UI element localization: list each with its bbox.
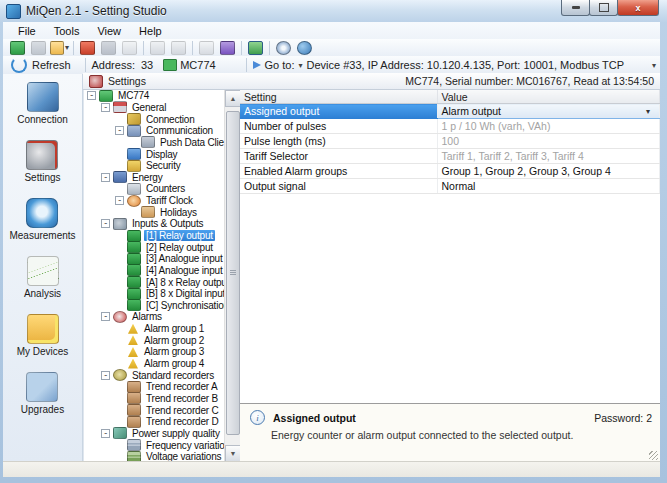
- tree-node-trend-recorder-d[interactable]: Trend recorder D: [84, 416, 225, 428]
- expander-icon[interactable]: -: [101, 312, 110, 321]
- tree-node-c-synchronisation-com2[interactable]: [C] Synchronisation, COM2: [84, 300, 225, 312]
- table-row[interactable]: Assigned outputAlarm output▾: [240, 104, 660, 119]
- setting-name-cell[interactable]: Assigned output: [240, 104, 437, 119]
- tree-node-energy[interactable]: -Energy: [84, 171, 225, 183]
- table-row[interactable]: Output signalNormal: [240, 179, 660, 194]
- tree-node-3-analogue-input[interactable]: [3] Analogue input: [84, 253, 225, 265]
- menu-view[interactable]: View: [88, 24, 130, 38]
- read-all-button[interactable]: [77, 39, 98, 57]
- sidebar-item-connection[interactable]: Connection: [17, 82, 68, 125]
- tree-node-alarm-group-4[interactable]: Alarm group 4: [84, 358, 225, 370]
- tree-node-alarms[interactable]: -Alarms: [84, 311, 225, 323]
- tree-node-inputs-outputs[interactable]: -Inputs & Outputs: [84, 218, 225, 230]
- table-row[interactable]: Enabled Alarm groupsGroup 1, Group 2, Gr…: [240, 164, 660, 179]
- setting-value-cell[interactable]: Tariff 1, Tariff 2, Tariff 3, Tariff 4: [437, 149, 660, 164]
- expander-icon[interactable]: -: [115, 196, 124, 205]
- setting-value-cell[interactable]: 1 p / 10 Wh (varh, VAh): [437, 119, 660, 134]
- setting-name-cell[interactable]: Number of pulses: [240, 119, 437, 134]
- table-row[interactable]: Tariff SelectorTariff 1, Tariff 2, Tarif…: [240, 149, 660, 164]
- scrollbar-track[interactable]: [225, 107, 241, 445]
- setting-value-cell[interactable]: Normal: [437, 179, 660, 194]
- minimize-button[interactable]: [561, 0, 590, 16]
- tree-node-security[interactable]: Security: [84, 160, 225, 172]
- address-value[interactable]: 33: [141, 59, 153, 71]
- setting-name-cell[interactable]: Tariff Selector: [240, 149, 437, 164]
- tree-node-b-8-x-digital-input[interactable]: [B] 8 x Digital input: [84, 288, 225, 300]
- tree-node-1-relay-output[interactable]: [1] Relay output: [84, 230, 225, 242]
- scroll-up-icon[interactable]: ▲: [225, 90, 241, 107]
- tree-scrollbar[interactable]: ▲ ▼: [224, 90, 241, 462]
- read-device-button[interactable]: [7, 39, 28, 57]
- setting-value-cell[interactable]: Group 1, Group 2, Group 3, Group 4: [437, 164, 660, 179]
- goto-value[interactable]: Device #33, IP Address: 10.120.4.135, Po…: [307, 59, 625, 71]
- expander-icon[interactable]: -: [87, 91, 96, 100]
- tree-node-trend-recorder-b[interactable]: Trend recorder B: [84, 393, 225, 405]
- tree-node-power-supply-quality[interactable]: -Power supply quality: [84, 428, 225, 440]
- tree-node-alarm-group-2[interactable]: Alarm group 2: [84, 334, 225, 346]
- print-preview-button[interactable]: [168, 39, 189, 57]
- expander-icon[interactable]: -: [101, 429, 110, 438]
- column-header-value[interactable]: Value: [437, 90, 660, 104]
- print-button[interactable]: [147, 39, 168, 57]
- scroll-down-icon[interactable]: ▼: [225, 445, 241, 462]
- dropdown-arrow-icon[interactable]: ▾: [641, 107, 655, 116]
- sidebar-item-measurements[interactable]: Measurements: [9, 198, 75, 241]
- expander-icon[interactable]: -: [115, 126, 124, 135]
- expander-icon[interactable]: -: [101, 371, 110, 380]
- tree-node-counters[interactable]: Counters: [84, 183, 225, 195]
- monitor-button[interactable]: [245, 39, 266, 57]
- dropdown-caret-icon[interactable]: ▾: [65, 43, 69, 52]
- maximize-button[interactable]: [589, 0, 618, 16]
- title-bar[interactable]: MiQen 2.1 - Setting Studio x: [0, 0, 667, 22]
- setting-value-cell[interactable]: 100: [437, 134, 660, 149]
- value-dropdown[interactable]: Alarm output: [442, 105, 642, 117]
- sidebar-item-settings[interactable]: Settings: [24, 140, 60, 183]
- setting-value-cell[interactable]: Alarm output▾: [437, 104, 660, 119]
- sidebar-item-my-devices[interactable]: My Devices: [17, 314, 69, 357]
- goto-caret-icon[interactable]: ▾: [299, 61, 303, 70]
- tree-node-display[interactable]: Display: [84, 148, 225, 160]
- web-button[interactable]: [294, 39, 315, 57]
- menu-tools[interactable]: Tools: [45, 24, 89, 38]
- cd-burn-button[interactable]: [273, 39, 294, 57]
- tree-node-alarm-group-3[interactable]: Alarm group 3: [84, 346, 225, 358]
- tree-node-general[interactable]: -General: [84, 102, 225, 114]
- open-file-button[interactable]: ▾: [49, 39, 70, 57]
- report-button[interactable]: [196, 39, 217, 57]
- column-header-setting[interactable]: Setting: [240, 90, 437, 104]
- sidebar-item-analysis[interactable]: Analysis: [24, 256, 61, 299]
- send-button[interactable]: [217, 39, 238, 57]
- tree-node-standard-recorders[interactable]: -Standard recorders: [84, 369, 225, 381]
- copy-button[interactable]: [119, 39, 140, 57]
- tree-node-tariff-clock[interactable]: -Tariff Clock: [84, 195, 225, 207]
- tree-node-trend-recorder-c[interactable]: Trend recorder C: [84, 404, 225, 416]
- expander-icon[interactable]: -: [101, 103, 110, 112]
- tree-node-frequency-variations[interactable]: Frequency variations: [84, 439, 225, 451]
- expander-icon[interactable]: -: [101, 219, 110, 228]
- setting-name-cell[interactable]: Output signal: [240, 179, 437, 194]
- write-device-button[interactable]: [28, 39, 49, 57]
- tree-node-push-data-clients[interactable]: Push Data Clients: [84, 137, 225, 149]
- setting-name-cell[interactable]: Pulse length (ms): [240, 134, 437, 149]
- menu-file[interactable]: File: [9, 24, 45, 38]
- scrollbar-thumb[interactable]: [226, 111, 240, 435]
- tree-node-communication[interactable]: -Communication: [84, 125, 225, 137]
- tree-node-a-8-x-relay-output[interactable]: [A] 8 x Relay output: [84, 276, 225, 288]
- tree-node-trend-recorder-a[interactable]: Trend recorder A: [84, 381, 225, 393]
- menu-help[interactable]: Help: [130, 24, 171, 38]
- save-button[interactable]: [98, 39, 119, 57]
- tree-node-mc774[interactable]: -MC774: [84, 90, 225, 102]
- tree-node-2-relay-output[interactable]: [2] Relay output: [84, 241, 225, 253]
- table-row[interactable]: Number of pulses1 p / 10 Wh (varh, VAh): [240, 119, 660, 134]
- expander-icon[interactable]: -: [101, 173, 110, 182]
- tree-node-4-analogue-input[interactable]: [4] Analogue input: [84, 265, 225, 277]
- goto-dropdown-icon[interactable]: ▾: [652, 61, 656, 70]
- tree-node-connection[interactable]: Connection: [84, 113, 225, 125]
- setting-name-cell[interactable]: Enabled Alarm groups: [240, 164, 437, 179]
- refresh-button[interactable]: Refresh: [3, 57, 79, 73]
- close-button[interactable]: x: [617, 0, 659, 16]
- goto-label[interactable]: Go to:: [265, 59, 295, 71]
- tree-node-alarm-group-1[interactable]: Alarm group 1: [84, 323, 225, 335]
- sidebar-item-upgrades[interactable]: Upgrades: [21, 372, 64, 415]
- resize-grip[interactable]: [649, 451, 658, 460]
